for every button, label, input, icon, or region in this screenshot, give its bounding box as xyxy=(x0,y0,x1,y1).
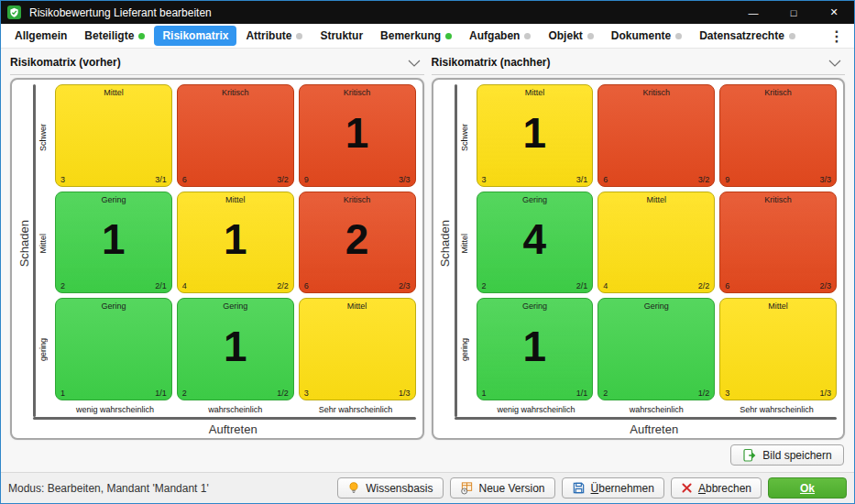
close-button[interactable]: ✕ xyxy=(814,1,854,24)
tab-struktur[interactable]: Struktur xyxy=(312,26,371,46)
window-controls: — □ ✕ xyxy=(733,1,854,24)
tab-beteiligte[interactable]: Beteiligte xyxy=(76,26,153,46)
row-label: Schwer xyxy=(36,84,50,191)
new-version-button[interactable]: Neue Version xyxy=(450,477,555,499)
cell-coord: 3/3 xyxy=(399,175,411,184)
risk-matrix-nachher: Schaden Schwer Mittel gering Mittel133/1… xyxy=(432,78,846,440)
minimize-button[interactable]: — xyxy=(733,1,773,24)
matrix-cell[interactable]: Gering121/2 xyxy=(177,298,294,400)
matrix-cell[interactable]: Mittel142/2 xyxy=(177,192,294,294)
tab-bemerkung[interactable]: Bemerkung xyxy=(372,26,460,46)
row-labels: Schwer Mittel gering xyxy=(457,84,472,402)
tab-attribute[interactable]: Attribute xyxy=(237,26,311,46)
cancel-button[interactable]: Abbrechen xyxy=(671,477,762,499)
ok-button[interactable]: Ok xyxy=(768,477,847,499)
cell-coord: 3/2 xyxy=(277,175,289,184)
status-dot xyxy=(675,33,682,39)
row-label: gering xyxy=(457,296,472,402)
cancel-x-icon xyxy=(681,482,693,494)
status-dot xyxy=(445,33,452,39)
cell-score: 3 xyxy=(482,175,487,184)
matrix-cell[interactable]: Kritisch193/3 xyxy=(299,84,416,187)
knowledge-base-label: Wissensbasis xyxy=(366,482,433,495)
cell-count: 1 xyxy=(178,299,293,400)
app-window: Risikobewertung Lieferant bearbeiten — □… xyxy=(0,0,855,504)
tab-datensatzrechte[interactable]: Datensatzrechte xyxy=(691,26,804,46)
row-label: Schwer xyxy=(457,84,472,191)
matrix-cell[interactable]: Gering122/1 xyxy=(55,192,172,294)
content-area: Risikomatrix (vorher) Risikomatrix (nach… xyxy=(1,49,854,472)
matrix-cells: Mittel133/1 Kritisch63/2 Kritisch93/3 Ge… xyxy=(472,84,838,402)
column-label: wenig wahrscheinlich xyxy=(55,405,175,414)
cell-score: 6 xyxy=(725,281,729,290)
cell-count xyxy=(598,192,714,293)
column-labels: wenig wahrscheinlich wahrscheinlich Sehr… xyxy=(50,402,416,417)
cell-coord: 2/1 xyxy=(576,281,588,290)
matrix-cell[interactable]: Mittel31/3 xyxy=(299,298,416,400)
tab-label: Attribute xyxy=(246,29,291,42)
section-title: Risikomatrix (vorher) xyxy=(10,56,121,69)
cell-count xyxy=(720,299,836,400)
row-label: Mittel xyxy=(36,191,50,297)
overflow-menu-icon[interactable]: ⋮ xyxy=(825,27,849,45)
chevron-down-icon[interactable] xyxy=(408,58,424,67)
cell-count: 1 xyxy=(477,85,593,186)
cell-coord: 1/3 xyxy=(819,389,831,398)
tab-allgemein[interactable]: Allgemein xyxy=(6,26,75,46)
column-label: wahrscheinlich xyxy=(597,405,717,414)
matrix-cell[interactable]: Kritisch63/2 xyxy=(597,84,715,187)
chevron-down-icon[interactable] xyxy=(828,58,845,67)
tab-bar: Allgemein Beteiligte Risikomatrix Attrib… xyxy=(1,24,854,49)
cell-count xyxy=(598,299,714,400)
matrix-cell[interactable]: Mittel31/3 xyxy=(719,298,837,400)
section-header-nachher: Risikomatrix (nachher) xyxy=(432,50,846,75)
section-header-vorher: Risikomatrix (vorher) xyxy=(10,50,424,75)
matrix-cell[interactable]: Gering422/1 xyxy=(477,192,594,294)
status-dot xyxy=(587,33,594,39)
tab-label: Allgemein xyxy=(15,29,67,42)
matrix-cell[interactable]: Mittel133/1 xyxy=(477,84,594,187)
status-dot xyxy=(524,33,531,39)
maximize-button[interactable]: □ xyxy=(773,1,814,24)
x-axis-title: Auftreten xyxy=(50,420,416,436)
cell-coord: 2/1 xyxy=(155,281,167,290)
matrix-cell[interactable]: Mittel42/2 xyxy=(597,192,715,294)
cell-score: 4 xyxy=(182,281,187,290)
shield-check-app-icon xyxy=(7,5,21,19)
cell-coord: 3/3 xyxy=(819,175,831,184)
y-axis-title: Schaden xyxy=(15,84,33,402)
cell-coord: 1/2 xyxy=(698,389,710,398)
cell-coord: 2/3 xyxy=(399,281,411,290)
matrix-cell[interactable]: Kritisch93/3 xyxy=(719,84,837,187)
status-text: Modus: Bearbeiten, Mandant 'Mandant 1' xyxy=(8,482,209,495)
cell-count xyxy=(178,85,293,186)
cell-score: 6 xyxy=(182,175,187,184)
cell-coord: 2/2 xyxy=(698,281,710,290)
cell-score: 2 xyxy=(603,389,608,398)
cancel-label: Abbrechen xyxy=(698,482,751,495)
cell-count xyxy=(720,85,836,186)
apply-button[interactable]: Übernehmen xyxy=(562,477,664,499)
tab-aufgaben[interactable]: Aufgaben xyxy=(461,26,539,46)
matrix-cell[interactable]: Kritisch63/2 xyxy=(177,84,294,187)
matrix-cell[interactable]: Kritisch262/3 xyxy=(299,192,416,294)
matrix-cell[interactable]: Gering11/1 xyxy=(55,298,172,400)
matrix-cell[interactable]: Gering21/2 xyxy=(597,298,715,400)
status-dot xyxy=(789,33,795,39)
matrix-cell[interactable]: Gering111/1 xyxy=(477,298,594,400)
cell-score: 6 xyxy=(603,175,608,184)
new-version-icon xyxy=(460,481,474,495)
tab-risikomatrix[interactable]: Risikomatrix xyxy=(154,26,236,46)
column-label: wahrscheinlich xyxy=(175,405,295,414)
matrix-cell[interactable]: Kritisch62/3 xyxy=(719,192,837,294)
column-label: Sehr wahrscheinlich xyxy=(717,405,837,414)
tab-objekt[interactable]: Objekt xyxy=(540,26,601,46)
save-image-button[interactable]: Bild speichern xyxy=(730,444,844,466)
tab-label: Objekt xyxy=(548,29,582,42)
column-label: wenig wahrscheinlich xyxy=(477,405,597,414)
tab-dokumente[interactable]: Dokumente xyxy=(603,26,690,46)
titlebar: Risikobewertung Lieferant bearbeiten — □… xyxy=(1,1,854,24)
matrix-cell[interactable]: Mittel33/1 xyxy=(55,84,172,187)
tab-label: Struktur xyxy=(320,29,363,42)
knowledge-base-button[interactable]: Wissensbasis xyxy=(337,477,443,499)
